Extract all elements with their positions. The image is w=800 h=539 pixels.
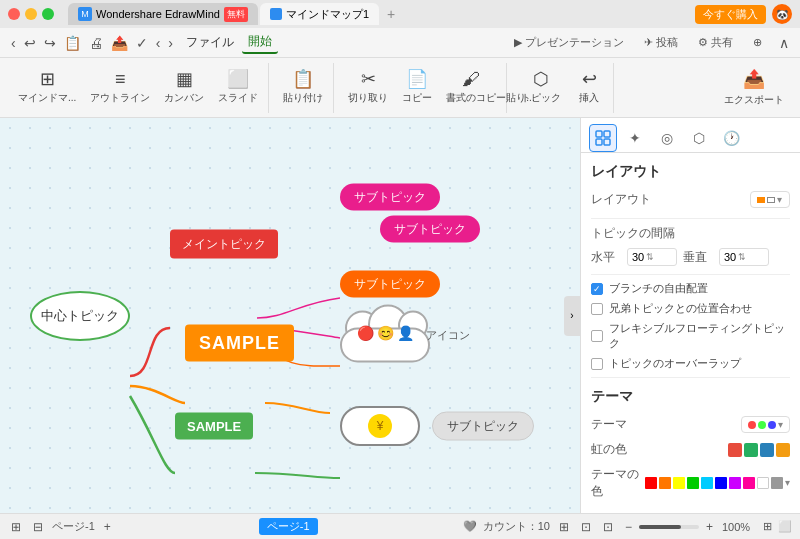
fullscreen-button[interactable]: ⊡ <box>578 519 594 535</box>
panel-collapse-button[interactable]: › <box>564 296 580 336</box>
color-swatch-4[interactable] <box>687 477 699 489</box>
color-swatch-3[interactable] <box>673 477 685 489</box>
mindmap-tab[interactable]: マインドマップ1 <box>260 3 379 25</box>
user-avatar[interactable]: 🐼 <box>772 4 792 24</box>
insert-icon: ↩ <box>582 70 597 88</box>
checkbox-4[interactable] <box>591 358 603 370</box>
theme-dot-green <box>758 421 766 429</box>
panel-tab-time[interactable]: 🕐 <box>717 124 745 152</box>
checkbox-2[interactable] <box>591 303 603 315</box>
subtopic-pink1-node[interactable]: サブトピック <box>340 184 440 211</box>
topic-tool-label: トピック <box>521 91 561 105</box>
full-screen-button[interactable]: ⬜ <box>778 520 792 533</box>
subtopic-yen-node[interactable]: サブトピック <box>432 412 534 441</box>
nav-icon3[interactable]: 📤 <box>108 33 131 53</box>
cloud-node[interactable]: 🔴 😊 👤 アイコン <box>330 303 440 368</box>
subtopic-orange-node[interactable]: サブトピック <box>340 270 440 297</box>
format-copy-tool[interactable]: 🖌 書式のコピー貼り... <box>440 65 502 111</box>
copy-tool[interactable]: 📄 コピー <box>396 65 438 111</box>
undo-button[interactable]: ↩ <box>21 33 39 53</box>
share-button[interactable]: ⚙ 共有 <box>692 33 739 52</box>
post-button[interactable]: ✈ 投稿 <box>638 33 684 52</box>
active-page-tab[interactable]: ページ-1 <box>259 518 318 535</box>
kanban-tool[interactable]: ▦ カンバン <box>158 65 210 111</box>
color-swatch-5[interactable] <box>701 477 713 489</box>
settings-button[interactable]: ⊕ <box>747 34 768 51</box>
nav-icon1[interactable]: 📋 <box>61 33 84 53</box>
buy-button[interactable]: 今すぐ購入 <box>695 5 766 24</box>
main-topic-node[interactable]: メイントピック <box>170 230 278 259</box>
zoom-slider[interactable] <box>639 525 699 529</box>
rainbow-swatch-yellow[interactable] <box>776 443 790 457</box>
add-tab-button[interactable]: + <box>381 4 401 24</box>
mindmap-tool[interactable]: ⊞ マインドマ... <box>12 65 82 111</box>
panel-tab-style[interactable]: ✦ <box>621 124 649 152</box>
zoom-in-button[interactable]: + <box>703 519 716 535</box>
subtopic-yen-label: サブトピック <box>447 419 519 433</box>
spacing-section-title: トピックの間隔 <box>591 225 790 242</box>
rainbow-swatch-green[interactable] <box>744 443 758 457</box>
menu-start[interactable]: 開始 <box>242 31 278 54</box>
collapse-panel-button[interactable]: ∧ <box>776 33 792 53</box>
horizontal-input[interactable]: 30 ⇅ <box>627 248 677 266</box>
sample-orange-node[interactable]: SAMPLE <box>185 325 294 362</box>
nav-prev[interactable]: ‹ <box>153 33 164 53</box>
color-swatch-7[interactable] <box>729 477 741 489</box>
expand-button[interactable]: ⊡ <box>600 519 616 535</box>
center-node[interactable]: 中心トピック <box>30 291 130 341</box>
fit-view-button[interactable]: ⊞ <box>8 519 24 535</box>
rainbow-swatch-red[interactable] <box>728 443 742 457</box>
nav-icon4[interactable]: ✓ <box>133 33 151 53</box>
color-swatch-9[interactable] <box>757 477 769 489</box>
rainbow-swatch-blue[interactable] <box>760 443 774 457</box>
app-tab[interactable]: M Wondershare EdrawMind 無料 <box>68 3 258 25</box>
back-button[interactable]: ‹ <box>8 33 19 53</box>
insert-tool[interactable]: ↩ 挿入 <box>569 65 609 111</box>
menu-file[interactable]: ファイル <box>180 32 240 53</box>
presentation-label: プレゼンテーション <box>525 35 624 50</box>
fit-page-button[interactable]: ⊞ <box>763 520 772 533</box>
topic-tool[interactable]: ⬡ トピック <box>515 65 567 111</box>
theme-select[interactable]: ▾ <box>741 416 790 433</box>
grid-button[interactable]: ⊟ <box>30 519 46 535</box>
yen-node[interactable]: ¥ <box>340 406 420 446</box>
vertical-input[interactable]: 30 ⇅ <box>719 248 769 266</box>
statusbar-left: ⊞ ⊟ ページ-1 + <box>8 519 114 535</box>
nav-icon2[interactable]: 🖨 <box>86 33 106 53</box>
app-icon: M <box>78 7 92 21</box>
horizontal-label: 水平 <box>591 249 621 266</box>
color-swatch-2[interactable] <box>659 477 671 489</box>
close-button[interactable] <box>8 8 20 20</box>
panel-tab-location[interactable]: ◎ <box>653 124 681 152</box>
checkbox-3[interactable] <box>591 330 603 342</box>
slide-tool[interactable]: ⬜ スライド <box>212 65 264 111</box>
zoom-value: 100% <box>722 521 757 533</box>
kanban-icon: ▦ <box>176 70 193 88</box>
color-swatch-8[interactable] <box>743 477 755 489</box>
outline-tool[interactable]: ≡ アウトライン <box>84 65 156 111</box>
layout-select[interactable]: ▾ <box>750 191 790 208</box>
layout-grid-button[interactable]: ⊞ <box>556 519 572 535</box>
nav-next[interactable]: › <box>165 33 176 53</box>
color-swatch-1[interactable] <box>645 477 657 489</box>
export-button[interactable]: 📤 エクスポート <box>716 64 792 111</box>
color-dropdown-arrow[interactable]: ▾ <box>785 477 790 489</box>
color-swatch-6[interactable] <box>715 477 727 489</box>
canvas[interactable]: 中心トピック メイントピック サブトピック サブトピック サブトピック SAMP… <box>0 118 580 513</box>
subtopic-pink2-node[interactable]: サブトピック <box>380 215 480 242</box>
presentation-button[interactable]: ▶ プレゼンテーション <box>508 33 630 52</box>
add-page-button[interactable]: + <box>101 519 114 535</box>
settings-icon: ⊕ <box>753 36 762 49</box>
minimize-button[interactable] <box>25 8 37 20</box>
sample-green-node[interactable]: SAMPLE <box>175 413 253 440</box>
zoom-out-button[interactable]: − <box>622 519 635 535</box>
redo-button[interactable]: ↪ <box>41 33 59 53</box>
color-swatch-10[interactable] <box>771 477 783 489</box>
panel-tab-topic[interactable]: ⬡ <box>685 124 713 152</box>
maximize-button[interactable] <box>42 8 54 20</box>
paste-tool[interactable]: 📋 貼り付け <box>277 65 329 111</box>
checkbox-1[interactable]: ✓ <box>591 283 603 295</box>
panel-tab-layout[interactable] <box>589 124 617 152</box>
zoom-controls: − + <box>622 519 716 535</box>
cut-tool[interactable]: ✂ 切り取り <box>342 65 394 111</box>
